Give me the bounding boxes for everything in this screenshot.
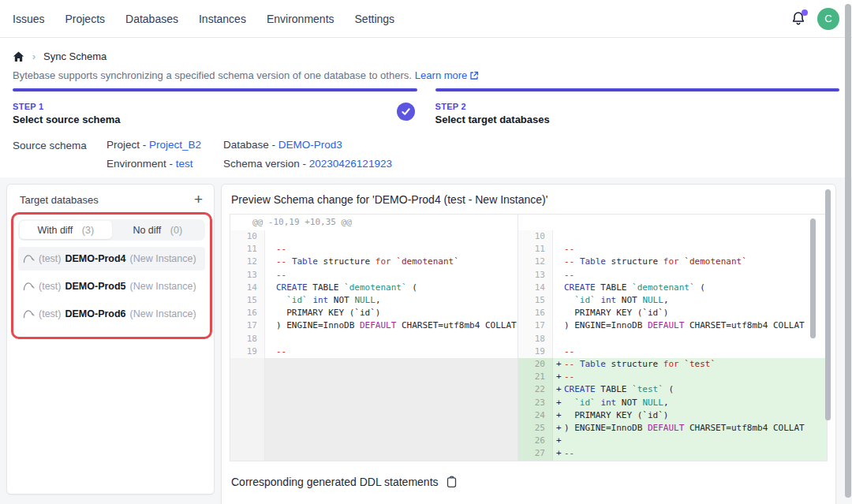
preview-scrollbar-thumb[interactable]: [825, 189, 831, 420]
diff-sign: +: [553, 409, 564, 422]
ddl-statements-header: Corresponding generated DDL statements: [230, 476, 828, 488]
notifications-button[interactable]: [790, 11, 806, 27]
code-text: CREATE TABLE `test` (: [564, 383, 674, 396]
diff-line: 18: [518, 333, 827, 345]
diff-line: 14CREATE TABLE `demotenant` (: [230, 282, 518, 294]
db-name: DEMO-Prod6: [65, 308, 125, 319]
diff-line: 24+ PRIMARY KEY (`id`): [518, 409, 827, 422]
line-number: 12: [230, 256, 265, 268]
source-schema-label: Source schema: [13, 139, 106, 170]
step-1-title: Select source schema: [13, 114, 417, 125]
line-number: 16: [230, 307, 265, 319]
diff-pane-source: @@ -10,19 +10,35 @@1011--12-- Table stru…: [230, 215, 518, 461]
add-target-database-button[interactable]: +: [194, 193, 203, 206]
db-environment: (test): [39, 281, 61, 292]
schema-diff-editor[interactable]: @@ -10,19 +10,35 @@1011--12-- Table stru…: [230, 214, 828, 461]
diff-line: 13--: [518, 269, 827, 282]
line-number: 14: [518, 282, 553, 294]
db-instance-suffix: (New Instance): [130, 253, 196, 264]
code-text: ) ENGINE=InnoDB DEFAULT CHARSET=utf8mb4 …: [276, 319, 517, 332]
line-number: 13: [230, 269, 265, 282]
diff-line: 20+-- Table structure for `test`: [518, 358, 827, 371]
code-text: ) ENGINE=InnoDB DEFAULT CHARSET=utf8mb4 …: [564, 319, 805, 332]
diff-line: 17) ENGINE=InnoDB DEFAULT CHARSET=utf8mb…: [230, 319, 518, 332]
database-link[interactable]: DEMO-Prod3: [278, 139, 342, 151]
diff-line: 18: [230, 333, 518, 345]
line-number: 10: [230, 230, 265, 243]
field-project: Project - Project_B2: [106, 139, 223, 151]
breadcrumb-current: Sync Schema: [43, 50, 106, 62]
line-number: 23: [518, 397, 553, 409]
line-number: 18: [230, 333, 265, 345]
code-text: PRIMARY KEY (`id`): [564, 307, 668, 319]
code-text: ) ENGINE=InnoDB DEFAULT CHARSET=utf8mb4 …: [564, 422, 805, 435]
diff-sign: [553, 269, 564, 282]
line-number: 17: [518, 319, 553, 332]
line-number: 19: [230, 345, 265, 358]
line-number: 15: [518, 294, 553, 307]
line-number: 14: [230, 282, 265, 294]
code-text: -- Table structure for `demotenant`: [564, 256, 747, 268]
code-text: --: [564, 345, 574, 358]
code-text: `id` int NOT NULL,: [564, 397, 669, 409]
field-database: Database - DEMO-Prod3: [223, 139, 392, 151]
target-database-item[interactable]: (test)DEMO-Prod4(New Instance): [18, 247, 205, 271]
diff-line: 12-- Table structure for `demotenant`: [518, 256, 827, 268]
code-text: --: [564, 447, 574, 460]
schema-version-link[interactable]: 20230426121923: [309, 158, 392, 170]
db-environment: (test): [39, 308, 61, 319]
field-schema-version: Schema version - 20230426121923: [223, 158, 392, 170]
line-number: 26: [518, 435, 553, 447]
tab-with-diff[interactable]: With diff (3): [20, 221, 112, 239]
diff-sign: +: [553, 447, 564, 460]
code-text: --: [276, 243, 286, 256]
learn-more-link[interactable]: Learn more: [415, 69, 479, 81]
diff-sign: [265, 345, 276, 358]
nav-item-issues[interactable]: Issues: [13, 13, 44, 25]
db-instance-suffix: (New Instance): [130, 281, 196, 292]
project-link[interactable]: Project_B2: [149, 139, 201, 151]
check-icon: [401, 106, 411, 117]
code-text: `id` int NOT NULL,: [276, 294, 381, 307]
diff-sign: [265, 282, 276, 294]
line-number: 22: [518, 383, 553, 396]
tab-no-diff[interactable]: No diff (0): [112, 221, 204, 239]
diff-sign: [553, 307, 564, 319]
step-2: STEP 2 Select target databases: [435, 88, 840, 125]
line-number: 12: [518, 256, 553, 268]
intro-text: Bytebase supports synchronizing a specif…: [13, 69, 412, 81]
target-database-item[interactable]: (test)DEMO-Prod6(New Instance): [18, 302, 205, 326]
source-schema-section: Source schema Project - Project_B2 Datab…: [0, 139, 852, 170]
diff-line: 27+--: [518, 447, 827, 460]
environment-link[interactable]: test: [176, 158, 193, 170]
target-database-item[interactable]: (test)DEMO-Prod5(New Instance): [18, 274, 205, 298]
db-name: DEMO-Prod5: [65, 281, 125, 292]
preview-title: Preview Schema change for 'DEMO-Prod4 (t…: [230, 192, 828, 214]
db-environment: (test): [39, 253, 61, 264]
copy-ddl-button[interactable]: [446, 476, 458, 488]
diff-sign: [265, 333, 276, 345]
avatar[interactable]: C: [817, 8, 839, 30]
nav-item-databases[interactable]: Databases: [125, 13, 178, 25]
diff-sign: [265, 319, 276, 332]
step-2-label: STEP 2: [435, 102, 840, 111]
nav-item-instances[interactable]: Instances: [199, 13, 246, 25]
steps-row: STEP 1 Select source schema STEP 2 Selec…: [0, 88, 852, 125]
diff-scrollbar-thumb[interactable]: [810, 218, 816, 338]
diff-line: 19--: [230, 345, 518, 358]
diff-line: 21+--: [518, 371, 827, 383]
mysql-icon: [23, 281, 35, 292]
line-number: 19: [518, 345, 553, 358]
target-databases-panel: Target databases + With diff (3)No diff …: [6, 184, 215, 495]
nav-links: IssuesProjectsDatabasesInstancesEnvironm…: [13, 13, 394, 25]
diff-line: 11--: [518, 243, 827, 256]
page-scrollbar-thumb[interactable]: [845, 4, 851, 498]
nav-item-projects[interactable]: Projects: [65, 13, 105, 25]
code-text: --: [276, 345, 286, 358]
diff-sign: [553, 256, 564, 268]
nav-item-environments[interactable]: Environments: [267, 13, 334, 25]
home-icon[interactable]: [13, 51, 24, 62]
nav-item-settings[interactable]: Settings: [355, 13, 395, 25]
line-number: 17: [230, 319, 265, 332]
code-text: --: [564, 269, 574, 282]
